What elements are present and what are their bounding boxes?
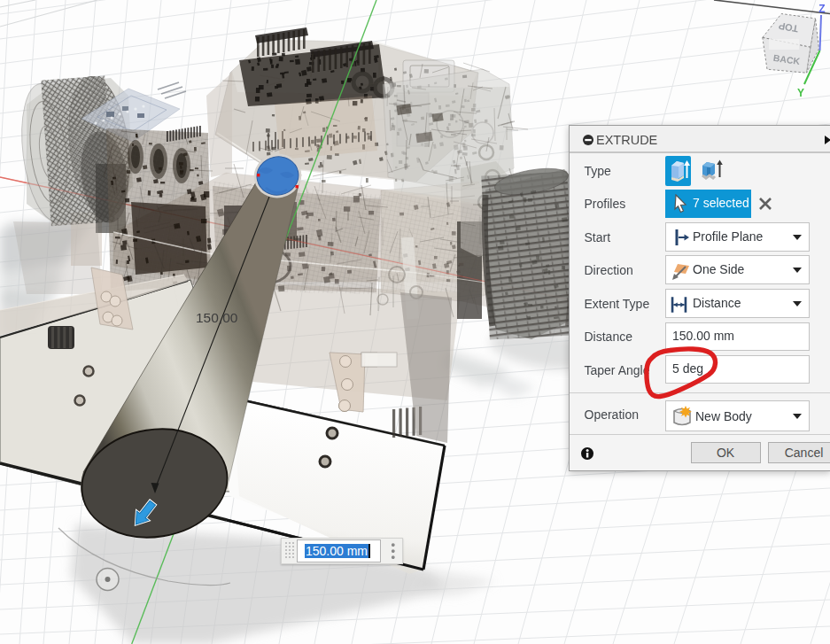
svg-text:150,00: 150,00 [196,310,238,325]
svg-text:Y: Y [797,87,804,99]
svg-text:Z: Z [818,3,825,15]
